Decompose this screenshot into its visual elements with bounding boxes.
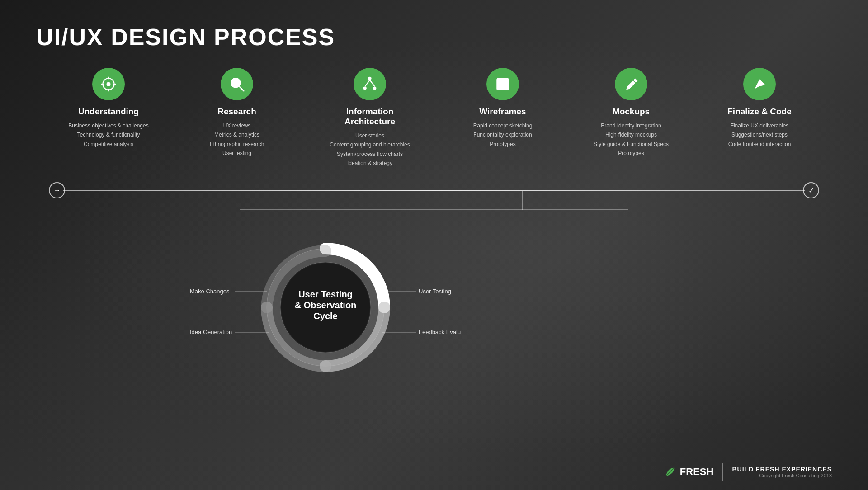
finalize-items: Finalize UX deliverables Suggestions/nex… xyxy=(728,121,791,149)
footer-text-block: BUILD FRESH EXPERIENCES Copyright Fresh … xyxy=(732,466,832,478)
research-item-2: Metrics & analytics xyxy=(210,130,264,139)
research-item-3: Ethnographic research xyxy=(210,140,264,149)
understanding-item-1: Business objectives & challenges xyxy=(68,121,148,130)
svg-line-11 xyxy=(365,80,370,86)
step-wireframes: Wireframes Rapid concept sketching Funci… xyxy=(458,68,548,168)
cycle-svg: User Testing & Observation Cycle User Te… xyxy=(190,217,461,389)
lower-connector-wireframes xyxy=(434,191,434,210)
svg-point-6 xyxy=(231,78,240,87)
mockups-items: Brand Identity integration High-fidelity… xyxy=(594,121,669,158)
ia-title: Information Architecture xyxy=(320,107,420,127)
research-items: UX reviews Metrics & analytics Ethnograp… xyxy=(210,121,264,158)
research-icon-circle xyxy=(221,68,253,100)
finalize-icon-circle xyxy=(743,68,776,100)
finalize-item-2: Suggestions/next steps xyxy=(728,130,791,139)
svg-point-10 xyxy=(373,86,376,90)
svg-point-1 xyxy=(107,82,111,86)
footer-logo-text: FRESH xyxy=(680,466,714,478)
svg-text:User Testing: User Testing xyxy=(419,288,451,295)
svg-line-7 xyxy=(239,86,244,91)
svg-text:Make Changes: Make Changes xyxy=(190,288,230,295)
lower-connector-mockups xyxy=(522,191,523,210)
ia-item-1: User stories xyxy=(330,131,410,140)
wireframes-title: Wireframes xyxy=(479,107,526,117)
ia-item-2: Content grouping and hierarchies xyxy=(330,140,410,149)
understanding-item-2: Technology & functionality xyxy=(68,130,148,139)
finalize-item-3: Code front-end interaction xyxy=(728,140,791,149)
mockups-item-1: Brand Identity integration xyxy=(594,121,669,130)
ia-icon-circle xyxy=(354,68,386,100)
mockups-icon-circle xyxy=(615,68,647,100)
step-research: Research UX reviews Metrics & analytics … xyxy=(192,68,282,168)
svg-line-12 xyxy=(370,80,375,86)
footer: FRESH BUILD FRESH EXPERIENCES Copyright … xyxy=(664,463,832,481)
step-mockups: Mockups Brand Identity integration High-… xyxy=(586,68,676,168)
fresh-logo-icon xyxy=(664,466,676,478)
svg-text:Feedback Evaluation: Feedback Evaluation xyxy=(419,329,461,335)
finalize-item-1: Finalize UX deliverables xyxy=(728,121,791,130)
lower-connector-finalize xyxy=(579,191,579,210)
svg-text:& Observation: & Observation xyxy=(295,300,357,310)
step-finalize: Finalize & Code Finalize UX deliverables… xyxy=(714,68,805,168)
research-item-1: UX reviews xyxy=(210,121,264,130)
research-title: Research xyxy=(217,107,256,117)
timeline-start-icon: → xyxy=(49,182,65,198)
mockups-title: Mockups xyxy=(613,107,650,117)
footer-copyright: Copyright Fresh Consulting 2018 xyxy=(732,473,832,478)
page-title: UI/UX DESIGN PROCESS xyxy=(36,24,335,51)
ia-items: User stories Content grouping and hierar… xyxy=(330,131,410,168)
footer-divider xyxy=(722,463,723,481)
svg-point-8 xyxy=(368,77,371,80)
wireframes-item-2: Funciontality exploration xyxy=(473,130,533,139)
mockups-item-4: Prototypes xyxy=(594,149,669,158)
mockups-item-2: High-fidelity mockups xyxy=(594,130,669,139)
footer-tagline: BUILD FRESH EXPERIENCES xyxy=(732,466,832,473)
svg-point-9 xyxy=(363,86,367,90)
wireframes-item-1: Rapid concept sketching xyxy=(473,121,533,130)
step-understanding: Understanding Business objectives & chal… xyxy=(63,68,154,168)
footer-logo: FRESH xyxy=(664,466,714,478)
svg-text:User Testing: User Testing xyxy=(298,289,353,299)
steps-container: Understanding Business objectives & chal… xyxy=(63,68,805,168)
cycle-section: User Testing & Observation Cycle User Te… xyxy=(190,217,461,389)
research-item-4: User testing xyxy=(210,149,264,158)
mockups-item-3: Style guide & Functional Specs xyxy=(594,140,669,149)
svg-text:Idea Generation: Idea Generation xyxy=(190,329,232,335)
ia-item-3: System/process flow charts xyxy=(330,150,410,159)
timeline-end-icon: ✓ xyxy=(803,182,819,198)
understanding-title: Understanding xyxy=(78,107,139,117)
wireframes-items: Rapid concept sketching Funciontality ex… xyxy=(473,121,533,149)
understanding-items: Business objectives & challenges Technol… xyxy=(68,121,148,149)
wireframes-item-3: Prototypes xyxy=(473,140,533,149)
svg-text:Cycle: Cycle xyxy=(313,311,337,321)
understanding-item-3: Competitive analysis xyxy=(68,140,148,149)
lower-connector-ia xyxy=(330,191,330,210)
finalize-title: Finalize & Code xyxy=(727,107,791,117)
ia-item-4: Ideation & strategy xyxy=(330,159,410,168)
step-ia: Information Architecture User stories Co… xyxy=(320,68,420,168)
wireframes-icon-circle xyxy=(486,68,519,100)
understanding-icon-circle xyxy=(92,68,125,100)
